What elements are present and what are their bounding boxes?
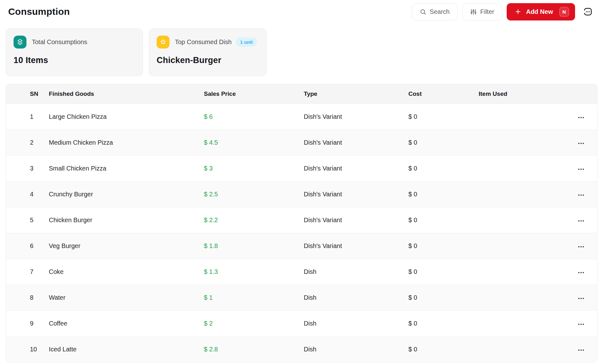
filter-icon <box>470 9 477 15</box>
row-cost: $ 0 <box>408 165 479 172</box>
row-cost: $ 0 <box>408 346 479 353</box>
table-row: 6 Veg Burger $ 1.8 Dish's Variant $ 0 <box>6 233 597 259</box>
row-sales-price: $ 1 <box>204 294 304 301</box>
row-type: Dish <box>304 268 408 275</box>
row-actions-button[interactable] <box>578 113 585 121</box>
row-finished-goods: Small Chicken Pizza <box>49 165 204 172</box>
table-row: 9 Coffee $ 2 Dish $ 0 <box>6 310 597 336</box>
row-cost: $ 0 <box>408 242 479 250</box>
column-header-type: Type <box>304 90 408 97</box>
layers-icon <box>14 36 26 49</box>
add-new-button[interactable]: Add New N <box>507 3 575 20</box>
plus-icon <box>515 8 521 15</box>
row-actions-button[interactable] <box>578 345 585 354</box>
row-sn: 9 <box>30 320 49 327</box>
topbar: Consumption Search Filter <box>6 3 597 21</box>
row-sales-price: $ 1.3 <box>204 268 304 275</box>
more-horizontal-icon <box>578 272 584 273</box>
more-options-button[interactable] <box>581 5 595 19</box>
table-row: 8 Water $ 1 Dish $ 0 <box>6 285 597 310</box>
row-cost: $ 0 <box>408 320 479 327</box>
row-sales-price: $ 6 <box>204 113 304 120</box>
row-cost: $ 0 <box>408 139 479 146</box>
row-type: Dish's Variant <box>304 217 408 224</box>
row-sn: 8 <box>30 294 49 301</box>
table-header: SN Finished Goods Sales Price Type Cost … <box>6 84 597 104</box>
add-new-button-label: Add New <box>526 8 553 15</box>
row-cost: $ 0 <box>408 113 479 120</box>
column-header-item-used: Item Used <box>479 90 564 97</box>
row-sn: 10 <box>30 346 49 353</box>
row-sn: 1 <box>30 113 49 120</box>
row-cost: $ 0 <box>408 294 479 301</box>
star-icon <box>157 36 170 49</box>
top-consumed-dish-value: Chicken-Burger <box>157 55 259 65</box>
row-sales-price: $ 2.5 <box>204 191 304 198</box>
row-sales-price: $ 2 <box>204 320 304 327</box>
page-title: Consumption <box>8 6 70 17</box>
row-actions-button[interactable] <box>578 268 585 276</box>
row-cost: $ 0 <box>408 268 479 275</box>
row-actions-button[interactable] <box>578 190 585 199</box>
row-actions-button[interactable] <box>578 164 585 173</box>
row-type: Dish's Variant <box>304 242 408 250</box>
total-consumptions-card: Total Consumptions 10 Items <box>6 28 143 76</box>
row-sn: 6 <box>30 242 49 250</box>
row-type: Dish's Variant <box>304 165 408 172</box>
row-sales-price: $ 3 <box>204 165 304 172</box>
more-horizontal-icon <box>578 143 584 144</box>
row-type: Dish's Variant <box>304 113 408 120</box>
more-horizontal-icon <box>578 324 584 325</box>
more-horizontal-icon <box>578 350 584 351</box>
row-sales-price: $ 2.2 <box>204 217 304 224</box>
row-actions-button[interactable] <box>578 242 585 250</box>
consumption-table: SN Finished Goods Sales Price Type Cost … <box>6 84 597 362</box>
row-actions-button[interactable] <box>578 138 585 147</box>
row-actions-button[interactable] <box>578 293 585 302</box>
add-new-shortcut-badge: N <box>559 7 569 17</box>
more-horizontal-icon <box>578 298 584 299</box>
row-actions-button[interactable] <box>578 216 585 224</box>
table-row: 1 Large Chicken Pizza $ 6 Dish's Variant… <box>6 104 597 130</box>
column-header-sales-price: Sales Price <box>204 90 304 97</box>
row-type: Dish's Variant <box>304 139 408 146</box>
table-body: 1 Large Chicken Pizza $ 6 Dish's Variant… <box>6 104 597 362</box>
row-finished-goods: Large Chicken Pizza <box>49 113 204 120</box>
row-sales-price: $ 2.8 <box>204 346 304 353</box>
row-type: Dish <box>304 294 408 301</box>
row-type: Dish <box>304 320 408 327</box>
top-dish-units-badge: 1 unit <box>236 38 257 47</box>
more-square-icon <box>583 7 593 16</box>
row-finished-goods: Iced Latte <box>49 346 204 353</box>
table-row: 2 Medium Chicken Pizza $ 4.5 Dish's Vari… <box>6 130 597 155</box>
table-row: 3 Small Chicken Pizza $ 3 Dish's Variant… <box>6 155 597 181</box>
row-sales-price: $ 1.8 <box>204 242 304 250</box>
row-sn: 3 <box>30 165 49 172</box>
row-sn: 7 <box>30 268 49 275</box>
row-finished-goods: Water <box>49 294 204 301</box>
filter-button[interactable]: Filter <box>462 3 502 20</box>
more-horizontal-icon <box>578 169 584 170</box>
row-finished-goods: Veg Burger <box>49 242 204 250</box>
row-actions-button[interactable] <box>578 319 585 328</box>
more-horizontal-icon <box>578 246 584 247</box>
row-sn: 2 <box>30 139 49 146</box>
row-cost: $ 0 <box>408 191 479 198</box>
row-sn: 4 <box>30 191 49 198</box>
row-finished-goods: Crunchy Burger <box>49 191 204 198</box>
row-sn: 5 <box>30 217 49 224</box>
summary-cards: Total Consumptions 10 Items Top Consumed… <box>6 28 597 76</box>
table-row: 7 Coke $ 1.3 Dish $ 0 <box>6 259 597 285</box>
search-button[interactable]: Search <box>412 3 458 20</box>
top-consumed-dish-label: Top Consumed Dish <box>175 38 232 46</box>
more-horizontal-icon <box>578 117 584 118</box>
table-row: 10 Iced Latte $ 2.8 Dish $ 0 <box>6 336 597 362</box>
column-header-cost: Cost <box>408 90 479 97</box>
total-consumptions-label: Total Consumptions <box>32 38 87 46</box>
column-header-sn: SN <box>30 90 49 97</box>
row-finished-goods: Coffee <box>49 320 204 327</box>
search-button-label: Search <box>430 8 450 15</box>
table-row: 5 Chicken Burger $ 2.2 Dish's Variant $ … <box>6 207 597 233</box>
filter-button-label: Filter <box>480 8 494 15</box>
row-type: Dish's Variant <box>304 191 408 198</box>
